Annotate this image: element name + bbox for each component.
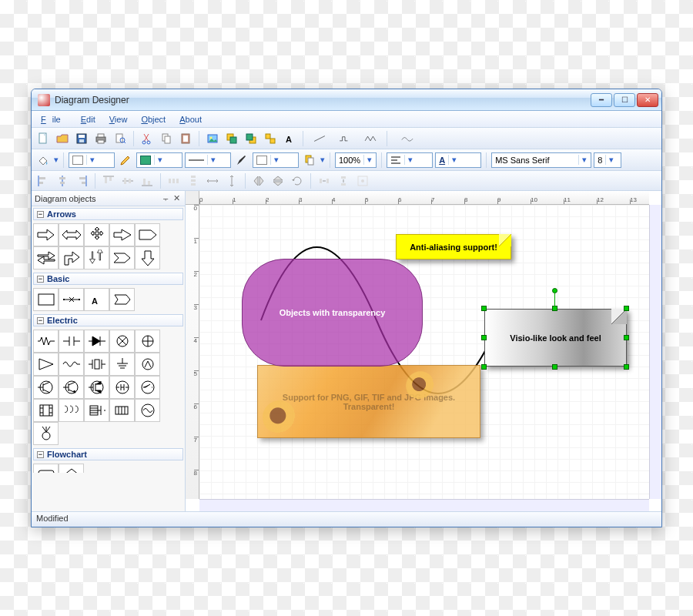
shape-amp[interactable] <box>33 353 59 376</box>
selection-handle[interactable] <box>481 364 487 370</box>
snap-button[interactable] <box>354 172 371 189</box>
shape-battery[interactable] <box>109 399 135 422</box>
font-color-dropdown[interactable]: A▾ <box>435 152 481 168</box>
shape-connector[interactable] <box>59 288 84 311</box>
polyline-tool[interactable] <box>333 130 357 147</box>
selection-handle[interactable] <box>552 306 557 311</box>
same-height-button[interactable] <box>223 172 240 189</box>
titlebar[interactable]: Diagram Designer ━ ☐ ✕ <box>32 89 661 111</box>
rotation-handle[interactable] <box>552 288 557 293</box>
shape-transistor-pnp[interactable] <box>59 376 84 399</box>
save-button[interactable] <box>73 130 90 147</box>
fill-bucket-button[interactable] <box>35 152 52 169</box>
image-banner-object[interactable]: Support for PNG, GIF, TIF and JPG images… <box>257 365 480 438</box>
zigzag-tool[interactable] <box>359 130 382 147</box>
menu-about[interactable]: About <box>173 113 208 126</box>
menu-view[interactable]: View <box>103 113 134 126</box>
distribute-v-button[interactable] <box>185 172 202 189</box>
shape-relay[interactable] <box>84 399 109 422</box>
minimize-button[interactable]: ━ <box>591 93 612 107</box>
shape-arrow-double-h[interactable] <box>59 223 84 246</box>
same-width-button[interactable] <box>204 172 221 189</box>
shape-transformer[interactable] <box>33 399 59 422</box>
group-button[interactable] <box>262 130 279 147</box>
sticky-note-object[interactable]: Anti-aliasing support! <box>396 234 511 259</box>
shape-resistor[interactable] <box>33 330 59 353</box>
shape-text[interactable]: A <box>84 288 109 311</box>
category-arrows[interactable]: −Arrows <box>33 208 183 220</box>
align-top-button[interactable] <box>100 172 117 189</box>
brush-button[interactable] <box>117 152 134 169</box>
text-color-dropdown[interactable]: ▾ <box>253 152 299 168</box>
selection-handle[interactable] <box>624 364 629 370</box>
new-button[interactable] <box>35 130 52 147</box>
shape-coil[interactable] <box>59 399 84 422</box>
shape-flow-rect[interactable] <box>33 464 59 473</box>
ruler-vertical[interactable]: 012345678 <box>186 205 199 499</box>
align-bottom-button[interactable] <box>139 172 156 189</box>
image-button[interactable] <box>204 130 221 147</box>
scroll-object[interactable]: Visio-like look and feel <box>484 309 627 367</box>
shape-rect[interactable] <box>33 288 59 311</box>
shape-meter[interactable] <box>135 353 160 376</box>
selection-handle[interactable] <box>624 306 629 311</box>
shape-motor[interactable] <box>109 376 135 399</box>
align-left-button[interactable] <box>35 172 52 189</box>
align-center-h-button[interactable] <box>54 172 71 189</box>
rounded-rect-object[interactable]: Objects with transparency <box>242 259 423 367</box>
copy-button[interactable] <box>158 130 175 147</box>
maximize-button[interactable]: ☐ <box>614 93 635 107</box>
line-style-dropdown[interactable]: ▾ <box>185 152 231 168</box>
shape-lamp[interactable] <box>109 330 135 353</box>
line-tool[interactable] <box>308 130 331 147</box>
shape-arrow-bidir-h[interactable] <box>84 246 109 270</box>
shape-arrow-bidir-v[interactable] <box>33 246 59 270</box>
shape-crystal[interactable] <box>84 353 109 376</box>
shape-arrow-pent[interactable] <box>135 223 160 246</box>
font-size-dropdown[interactable]: 8▾ <box>594 152 621 168</box>
menu-file[interactable]: File <box>35 113 73 126</box>
shape-switch[interactable] <box>135 376 160 399</box>
shape-arrow-down[interactable] <box>135 246 160 270</box>
zoom-dropdown[interactable]: 100%▾ <box>335 152 377 168</box>
panel-close-icon[interactable]: ✕ <box>171 193 182 203</box>
selection-handle[interactable] <box>481 306 487 311</box>
cut-button[interactable] <box>139 130 156 147</box>
open-button[interactable] <box>54 130 71 147</box>
shape-source[interactable] <box>135 330 160 353</box>
shape-inductor[interactable] <box>59 353 84 376</box>
flip-v-button[interactable] <box>270 172 286 189</box>
page-color-button[interactable] <box>301 152 318 169</box>
selection-handle[interactable] <box>624 335 629 340</box>
category-basic[interactable]: −Basic <box>33 273 183 285</box>
shape-arrow-right[interactable] <box>33 223 59 246</box>
shape-arrow-quad[interactable] <box>84 223 109 246</box>
curve-tool[interactable] <box>392 130 423 147</box>
shape-arrow-chevron[interactable] <box>109 246 135 270</box>
shape-flow-diamond[interactable] <box>59 464 84 473</box>
shape-arrow-bend[interactable] <box>59 246 84 270</box>
selection-handle[interactable] <box>552 364 557 370</box>
send-back-button[interactable] <box>243 130 259 147</box>
align-right-button[interactable] <box>73 172 90 189</box>
scrollbar-horizontal[interactable] <box>199 499 649 511</box>
line-color-dropdown[interactable]: ▾ <box>136 152 182 168</box>
pin-icon[interactable]: ⫟ <box>160 194 171 203</box>
category-electric[interactable]: −Electric <box>33 314 183 326</box>
align-middle-v-button[interactable] <box>119 172 136 189</box>
shape-polygon[interactable] <box>109 288 135 311</box>
rotate-button[interactable] <box>289 172 306 189</box>
shape-capacitor[interactable] <box>59 330 84 353</box>
shape-fet[interactable] <box>84 376 109 399</box>
align-dropdown[interactable]: ▾ <box>387 152 433 168</box>
preview-button[interactable] <box>112 130 129 147</box>
spacing-v-button[interactable] <box>335 172 352 189</box>
shape-arrow-right-2[interactable] <box>109 223 135 246</box>
paste-button[interactable] <box>177 130 194 147</box>
shape-transistor-npn[interactable] <box>33 376 59 399</box>
canvas[interactable]: Anti-aliasing support! Support for PNG, … <box>199 205 649 499</box>
close-button[interactable]: ✕ <box>637 93 658 107</box>
bring-front-button[interactable] <box>223 130 240 147</box>
selection-handle[interactable] <box>481 335 487 340</box>
flip-h-button[interactable] <box>250 172 267 189</box>
